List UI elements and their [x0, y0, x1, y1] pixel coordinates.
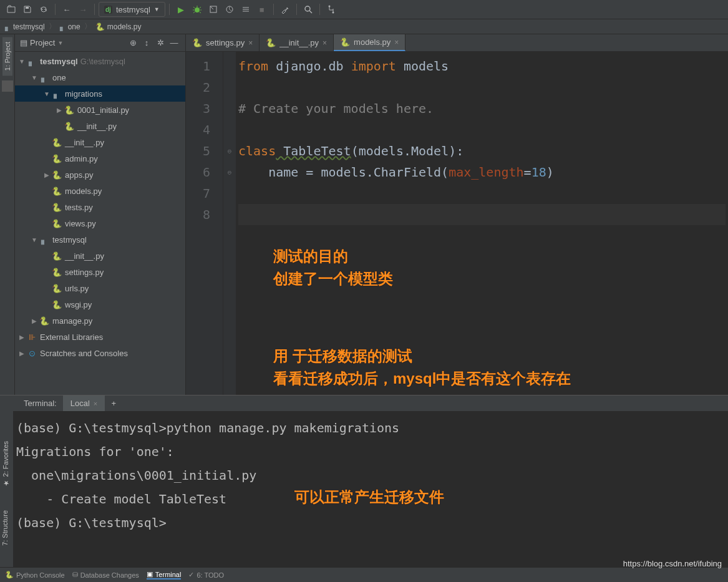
panel-title[interactable]: ▤ Project ▼ [20, 38, 123, 47]
svg-point-1 [195, 7, 200, 12]
tree-folder-migrations[interactable]: ▼▖ migrations [15, 85, 185, 102]
line-gutter: 1 2 3 4 5 6 7 8 [186, 52, 223, 395]
save-icon[interactable] [20, 2, 35, 17]
structure-tool-tab[interactable]: 7: Structure [0, 505, 10, 551]
refresh-icon[interactable] [36, 2, 51, 17]
project-tool-tab[interactable]: 1: Project [2, 37, 12, 75]
tree-file[interactable]: ▶🐍manage.py [15, 313, 185, 329]
tree-file[interactable]: 🐍views.py [15, 215, 185, 231]
terminal-output[interactable]: (base) G:\testmysql>python manage.py mak… [14, 411, 728, 567]
code-content[interactable]: from django.db import models # Create yo… [236, 52, 728, 395]
tree-file[interactable]: 🐍settings.py [15, 264, 185, 280]
tree-file[interactable]: 🐍wsgi.py [15, 296, 185, 313]
breadcrumb-item[interactable]: 🐍models.py [95, 22, 142, 31]
run-config-label: testmysql [116, 5, 150, 14]
tab-models[interactable]: 🐍models.py× [334, 34, 405, 51]
wrench-icon[interactable] [278, 2, 293, 17]
fold-column: ⊖⊖ [223, 52, 236, 395]
python-console-tab[interactable]: 🐍 Python Console [5, 571, 65, 579]
close-icon[interactable]: × [248, 39, 253, 47]
forward-icon[interactable]: → [75, 2, 90, 17]
svg-point-6 [332, 12, 334, 14]
profile-icon[interactable] [222, 2, 237, 17]
run-config-selector[interactable]: dj testmysql ▼ [99, 2, 165, 17]
editor-area: 🐍settings.py× 🐍__init__.py× 🐍models.py× … [186, 34, 728, 395]
database-changes-tab[interactable]: ⛁ Database Changes [72, 571, 139, 579]
run-icon[interactable]: ▶ [173, 2, 188, 17]
annotation-text: 用 于迁移数据的测试 看看迁移成功后，mysql中是否有这个表存在 [273, 345, 571, 390]
terminal-label: Terminal: [17, 395, 63, 411]
annotation-text: 可以正常产生迁移文件 [294, 486, 444, 508]
tree-file[interactable]: 🐍models.py [15, 183, 185, 199]
chevron-down-icon: ▼ [154, 6, 160, 12]
tree-folder-testmysql[interactable]: ▼▖ testmysql [15, 231, 185, 248]
close-icon[interactable]: × [323, 39, 327, 47]
back-icon[interactable]: ← [59, 2, 74, 17]
tree-file[interactable]: 🐍__init__.py [15, 248, 185, 264]
gear-icon[interactable]: ✲ [154, 37, 167, 49]
annotation-text: 测试的目的 创建了一个模型类 [273, 245, 393, 290]
tree-file[interactable]: 🐍tests.py [15, 199, 185, 215]
breadcrumb-item[interactable]: ▖testmysql [5, 22, 45, 31]
tree-file[interactable]: 🐍urls.py [15, 280, 185, 296]
breadcrumb-item[interactable]: ▖one [60, 22, 80, 31]
tree-external-libs[interactable]: ▶⊪ External Libraries [15, 329, 185, 345]
target-icon[interactable]: ⊕ [127, 37, 139, 49]
close-icon[interactable]: × [394, 38, 399, 47]
tree-file[interactable]: 🐍admin.py [15, 150, 185, 167]
tab-init[interactable]: 🐍__init__.py× [260, 34, 334, 51]
hide-icon[interactable]: — [168, 37, 180, 49]
terminal-panel: Terminal: Local× + ★ 2: Favorites 7: Str… [0, 395, 728, 567]
attach-icon[interactable] [238, 2, 253, 17]
left-tool-stripe: 1: Project [0, 34, 15, 395]
tab-settings[interactable]: 🐍settings.py× [186, 34, 260, 51]
tool-icon[interactable] [2, 80, 13, 92]
terminal-tab[interactable]: ▣ Terminal [147, 570, 182, 580]
close-icon[interactable]: × [94, 400, 97, 407]
stop-icon[interactable]: ■ [255, 2, 269, 17]
editor-body[interactable]: 1 2 3 4 5 6 7 8 ⊖⊖ from django.db import… [186, 52, 728, 395]
svg-rect-0 [26, 7, 29, 9]
vcs-icon[interactable] [324, 2, 339, 17]
watermark: https://blog.csdn.net/ifubing [623, 559, 722, 568]
collapse-icon[interactable]: ↕ [140, 37, 153, 49]
tree-file[interactable]: 🐍 __init__.py [15, 118, 185, 134]
tree-file[interactable]: 🐍__init__.py [15, 134, 185, 150]
editor-tabs: 🐍settings.py× 🐍__init__.py× 🐍models.py× [186, 34, 728, 52]
coverage-icon[interactable] [206, 2, 221, 17]
open-icon[interactable] [4, 2, 19, 17]
project-tree[interactable]: ▼▖ testmysql G:\testmysql ▼▖ one ▼▖ migr… [15, 52, 185, 395]
svg-point-5 [328, 6, 330, 7]
tree-scratches[interactable]: ▶⊙ Scratches and Consoles [15, 345, 185, 361]
add-terminal-icon[interactable]: + [105, 395, 122, 411]
search-icon[interactable] [301, 2, 316, 17]
terminal-tab-local[interactable]: Local× [63, 395, 105, 411]
tree-file[interactable]: ▶🐍 0001_initial.py [15, 102, 185, 118]
tree-root[interactable]: ▼▖ testmysql G:\testmysql [15, 53, 185, 69]
tree-folder-one[interactable]: ▼▖ one [15, 69, 185, 85]
debug-icon[interactable] [190, 2, 205, 17]
favorites-tool-tab[interactable]: ★ 2: Favorites [0, 436, 11, 492]
todo-tab[interactable]: ✓ 6: TODO [188, 571, 224, 579]
project-panel: ▤ Project ▼ ⊕ ↕ ✲ — ▼▖ testmysql G:\test… [15, 34, 186, 395]
status-bar: 🐍 Python Console ⛁ Database Changes ▣ Te… [0, 567, 728, 582]
tree-file[interactable]: ▶🐍apps.py [15, 167, 185, 183]
main-toolbar: ← → dj testmysql ▼ ▶ ■ [0, 0, 728, 19]
breadcrumb: ▖testmysql 〉 ▖one 〉 🐍models.py [0, 19, 728, 34]
django-icon: dj [104, 6, 112, 14]
svg-point-4 [305, 6, 310, 11]
